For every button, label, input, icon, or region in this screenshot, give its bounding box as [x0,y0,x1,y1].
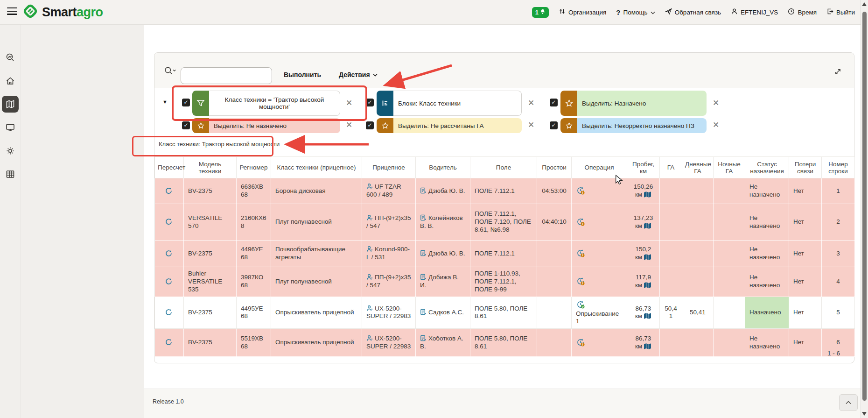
chip-highlight-unassigned[interactable]: Выделить: Не назначено [192,118,340,133]
scroll-up-icon[interactable] [862,2,867,6]
cell-recalc [155,297,184,329]
chip-highlight-assigned[interactable]: Выделить: Назначено [560,91,707,116]
column-header[interactable]: Дневные ГА [682,157,714,178]
hamburger-menu-icon[interactable] [7,7,17,15]
rail-table-icon[interactable] [2,166,19,183]
cell-trailer: ПП-(9+2)х35 / 547 [362,267,416,297]
table-row[interactable]: VERSATILE 5702160КХ68Плуг полунавеснойПП… [155,204,855,241]
cell-operation: Опрыскивание 1 [572,297,627,329]
cell-status: Не назначено [745,204,789,241]
cell-mileage: 117,9 км [627,267,660,297]
cell-field: ПОЛЕ 7.112.1 [470,178,537,204]
chip-close-icon[interactable]: ✕ [528,99,534,107]
notification-badge[interactable]: 1 [532,7,549,18]
table-row[interactable]: BV-23755519ХВ68Опрыскиватель прицепнойUX… [155,329,855,357]
cell-regnumber: 4496УЕ68 [237,241,271,267]
swap-arrows-icon [559,8,566,16]
chip-checkbox[interactable] [366,121,374,129]
scroll-down-icon[interactable] [862,412,867,416]
filter-chip-class[interactable]: Класс техники = 'Трактор высокой мощност… [192,91,340,116]
cell-mileage: 150,2 км [627,241,660,267]
table-row[interactable]: BV-23756636ХВ68Борона дисковаяUF TZAR 60… [155,178,855,204]
scroll-top-button[interactable] [839,394,858,411]
column-header[interactable]: Регномер [237,157,271,178]
nav-time[interactable]: Время [788,8,817,16]
cell-recalc [155,204,184,241]
recalc-icon[interactable] [165,188,174,195]
column-header[interactable]: Статус назначения [745,157,789,178]
chevron-down-icon [651,9,655,16]
chip-checkbox[interactable] [182,99,190,106]
table-header-row: ПересчетМодель техникиРегномерКласс техн… [155,157,855,178]
column-header[interactable]: Прицепное [362,157,416,178]
rail-analytics-icon[interactable] [2,49,19,66]
chip-close-icon[interactable]: ✕ [346,99,352,107]
recalc-icon[interactable] [165,309,174,316]
chip-checkbox[interactable] [182,121,190,129]
cell-row-number: 4 [822,267,855,297]
vertical-scrollbar[interactable] [861,0,868,418]
column-header[interactable]: Потери связи [789,157,822,178]
chip-close-icon[interactable]: ✕ [528,121,534,129]
column-header[interactable]: Пересчет [155,157,184,178]
footer: Release 1.0 [144,389,868,418]
cell-link-loss: Нет [789,204,822,241]
star-icon [377,118,393,133]
nav-feedback[interactable]: Обратная связь [665,8,721,16]
collapse-triangle-icon[interactable]: ▼ [162,99,168,105]
execute-button[interactable]: Выполнить [284,71,321,78]
cell-implement-class: Опрыскиватель прицепной [271,297,362,329]
chip-highlight-wrong-pz[interactable]: Выделить: Некорректно назначено ПЗ [560,118,707,133]
chip-close-icon[interactable]: ✕ [346,121,352,129]
table-row[interactable]: BV-23754496УЕ68Почвообрабатывающие агрег… [155,241,855,267]
search-icon[interactable] [164,66,176,78]
column-header[interactable]: Класс техники (прицепное) [271,157,362,178]
search-input[interactable] [181,67,272,84]
cell-field: ПОЛЕ 5.80, ПОЛЕ 8.61 [470,329,537,357]
rail-map-icon[interactable] [2,96,19,113]
recalc-icon[interactable] [165,339,174,346]
cell-status: Не назначено [745,241,789,267]
column-header[interactable]: Номер строки [822,157,855,178]
cell-idle [537,241,572,267]
cell-row-number: 5 [822,297,855,329]
bell-icon [540,9,546,16]
column-header[interactable]: Пробег, км [627,157,660,178]
rail-home-icon[interactable] [2,72,19,89]
cell-model: Buhler VERSATILE 535 [184,267,237,297]
chip-checkbox[interactable] [550,99,558,106]
cell-trailer: UF TZAR 600 / 489 [362,178,416,204]
chip-checkbox[interactable] [366,99,374,106]
chip-close-icon[interactable]: ✕ [713,99,719,107]
column-header[interactable]: Водитель [416,157,470,178]
column-header[interactable]: Ночные ГА [714,157,745,178]
recalc-icon[interactable] [165,219,174,226]
recalc-icon[interactable] [165,250,174,257]
app-logo[interactable]: Smartagro [22,3,103,21]
nav-user[interactable]: EFTENIJ_VS [731,8,778,16]
cell-night-ga [714,241,745,267]
rail-settings-icon[interactable] [2,142,19,159]
cell-mileage: 137,23 км [627,204,660,241]
recalc-icon[interactable] [165,278,174,285]
chip-highlight-no-ha[interactable]: Выделить: Не рассчитаны ГА [377,118,522,133]
table-row[interactable]: Buhler VERSATILE 5353987КО68Плуг полунав… [155,267,855,297]
chip-checkbox[interactable] [550,121,558,129]
column-header[interactable]: ГА [660,157,682,178]
svg-text:i: i [582,254,583,257]
maximize-icon[interactable] [834,68,842,78]
nav-organization[interactable]: Организация [559,8,606,16]
scrollbar-thumb[interactable] [862,12,867,401]
actions-menu-button[interactable]: Действия [339,71,378,78]
column-header[interactable]: Простои [537,157,572,178]
rail-monitor-icon[interactable] [2,119,19,136]
chip-close-icon[interactable]: ✕ [713,121,719,129]
cell-mileage: 86,73 км [627,329,660,357]
nav-logout[interactable]: Выйти [826,8,855,16]
chip-blocks[interactable]: Блоки: Класс техники [377,91,522,116]
column-header[interactable]: Поле [470,157,537,178]
table-row[interactable]: BV-23754495УЕ68Опрыскиватель прицепнойUX… [155,297,855,329]
nav-help[interactable]: ? Помощь [616,8,655,16]
column-header[interactable]: Модель техники [184,157,237,178]
cell-implement-class: Опрыскиватель прицепной [271,329,362,357]
